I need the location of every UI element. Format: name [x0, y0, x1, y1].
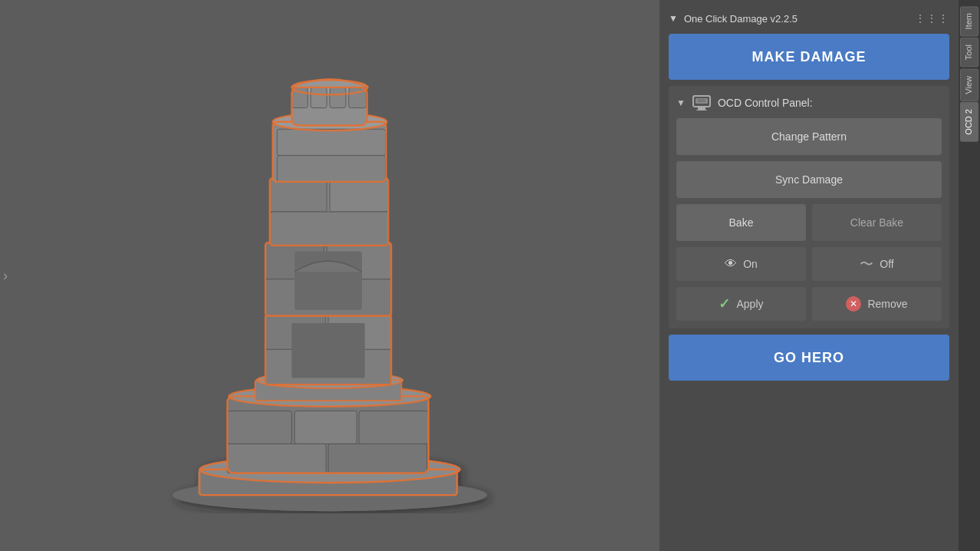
clear-bake-button[interactable]: Clear Bake	[812, 204, 942, 241]
svg-rect-37	[277, 129, 385, 155]
viewport-arrow[interactable]: ›	[3, 268, 8, 284]
check-icon: ✓	[719, 295, 730, 312]
right-panel: ▼ One Click Damage v2.2.5 ⋮⋮⋮ MAKE DAMAG…	[659, 0, 959, 551]
apply-button[interactable]: ✓ Apply	[676, 287, 806, 321]
sidebar-item-view[interactable]: View	[960, 69, 978, 101]
svg-rect-9	[227, 444, 326, 473]
ocd-header: ▼ OCD Control Panel:	[676, 94, 942, 112]
apply-label: Apply	[736, 298, 763, 310]
make-damage-button[interactable]: MAKE DAMAGE	[669, 34, 949, 80]
svg-rect-8	[294, 411, 357, 444]
svg-rect-10	[328, 444, 427, 473]
tilde-icon: 〜	[860, 255, 873, 273]
control-panel-icon	[692, 95, 712, 111]
panel-header: ▼ One Click Damage v2.2.5 ⋮⋮⋮	[669, 9, 949, 28]
tower-model	[138, 38, 521, 513]
svg-rect-11	[359, 411, 429, 444]
svg-rect-22	[291, 323, 364, 378]
ocd-label: OCD Control Panel:	[718, 97, 813, 109]
bake-row: Bake Clear Bake	[676, 204, 942, 241]
remove-label: Remove	[867, 298, 907, 310]
x-circle-icon: ✕	[846, 296, 861, 312]
sidebar-item-tool[interactable]: Tool	[960, 38, 978, 67]
off-label: Off	[880, 258, 893, 270]
side-tabs: Item Tool View OCD 2	[959, 0, 980, 551]
svg-rect-31	[270, 178, 327, 212]
model-container	[138, 38, 521, 513]
sync-damage-button[interactable]: Sync Damage	[676, 161, 942, 198]
on-button[interactable]: 👁 On	[676, 247, 806, 281]
svg-rect-7	[227, 411, 291, 444]
dots-icon[interactable]: ⋮⋮⋮	[915, 12, 949, 25]
svg-rect-32	[330, 178, 388, 212]
chevron-down-icon: ▼	[669, 13, 678, 24]
ocd-section: ▼ OCD Control Panel: Change Pattern Sync…	[669, 86, 949, 328]
svg-rect-38	[277, 156, 385, 182]
eye-icon: 👁	[725, 257, 737, 271]
panel-title: One Click Damage v2.2.5	[684, 13, 797, 25]
change-pattern-button[interactable]: Change Pattern	[676, 118, 942, 155]
on-off-row: 👁 On 〜 Off	[676, 247, 942, 281]
svg-rect-51	[696, 110, 707, 111]
svg-rect-44	[311, 87, 327, 108]
remove-button[interactable]: ✕ Remove	[812, 287, 942, 321]
ocd-chevron-icon: ▼	[676, 97, 686, 108]
sidebar-item-item[interactable]: Item	[960, 6, 978, 36]
svg-rect-45	[330, 87, 346, 108]
go-hero-button[interactable]: GO HERO	[669, 335, 949, 381]
off-button[interactable]: 〜 Off	[812, 247, 942, 281]
on-label: On	[743, 258, 758, 270]
bake-button[interactable]: Bake	[676, 204, 806, 241]
svg-rect-28	[294, 252, 362, 310]
viewport: ›	[0, 0, 659, 551]
sidebar-item-ocd2[interactable]: OCD 2	[960, 102, 978, 142]
svg-rect-33	[270, 212, 389, 246]
apply-remove-row: ✓ Apply ✕ Remove	[676, 287, 942, 321]
svg-rect-50	[698, 107, 705, 110]
